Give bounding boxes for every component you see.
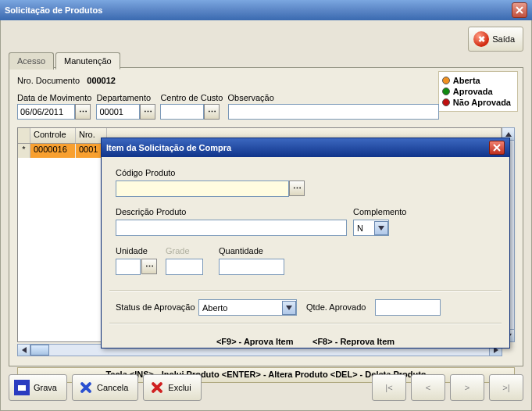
dialog-title: Item da Solicitação de Compra (106, 143, 231, 152)
row-marker: * (18, 144, 30, 158)
status-legend: Aberta Aprovada Não Aprovada (438, 71, 518, 112)
chevron-down-icon (374, 221, 388, 235)
exit-label: Saída (492, 34, 515, 44)
bullet-green-icon (442, 88, 450, 95)
quantidade-label: Quantidade (219, 246, 263, 256)
scroll-thumb[interactable] (30, 345, 49, 356)
centro-custo-picker-button[interactable]: ⋯ (204, 104, 220, 120)
data-movimento-picker-button[interactable]: ⋯ (75, 104, 91, 120)
nav-last-button[interactable]: >| (489, 374, 523, 401)
hint-f8: <F8> - Reprova Item (312, 337, 395, 346)
delete-icon (148, 380, 164, 395)
tab-acesso[interactable]: Acesso (9, 52, 54, 70)
exit-button[interactable]: ✖ Saída (468, 27, 523, 52)
departamento-picker-button[interactable]: ⋯ (140, 104, 155, 120)
fields-row: Data de Movimento 06/06/2011 ⋯ Departame… (17, 93, 439, 120)
qtde-aprovado-label: Qtde. Aprovado (306, 302, 366, 312)
scroll-left-icon[interactable] (18, 345, 30, 356)
bullet-orange-icon (442, 77, 450, 84)
status-aprovacao-label: Status de Aprovação (116, 302, 195, 312)
complemento-combo[interactable]: N (353, 220, 389, 236)
centro-custo-input[interactable] (160, 104, 204, 120)
unidade-input[interactable] (116, 259, 141, 275)
observacao-label: Observação (228, 93, 439, 102)
nav-prev-button[interactable]: < (411, 374, 445, 401)
dialog-hint-bar: <F9> - Aprova Item <F8> - Reprova Item (102, 337, 509, 346)
legend-aberta: Aberta (453, 75, 480, 86)
tab-manutencao[interactable]: Manutenção (55, 52, 120, 70)
window-close-button[interactable] (512, 2, 527, 18)
dialog-close-button[interactable] (489, 141, 505, 155)
codigo-produto-label: Código Produto (116, 168, 175, 177)
unidade-label: Unidade (116, 246, 148, 256)
hint-f9: <F9> - Aprova Item (216, 337, 294, 346)
unidade-picker-button[interactable]: ⋯ (141, 259, 157, 274)
bullet-red-icon (442, 98, 450, 106)
observacao-input[interactable] (228, 104, 439, 120)
button-bar: Grava Cancela Exclui |< < > >| (9, 373, 523, 402)
item-dialog: Item da Solicitação de Compra Código Pro… (101, 138, 510, 348)
nav-first-button[interactable]: |< (372, 374, 406, 401)
dialog-titlebar: Item da Solicitação de Compra (102, 138, 509, 157)
codigo-produto-picker-button[interactable]: ⋯ (289, 180, 305, 196)
descricao-produto-input[interactable] (116, 220, 347, 236)
doc-number-label: Nro. Documento (17, 76, 80, 85)
departamento-input[interactable]: 00001 (96, 104, 140, 120)
nav-next-button[interactable]: > (450, 374, 484, 401)
legend-aprovada: Aprovada (453, 86, 493, 97)
divider (109, 290, 502, 291)
cell-controle[interactable]: 0000016 (30, 144, 76, 158)
cancel-icon (77, 380, 93, 395)
descricao-produto-label: Descrição Produto (116, 207, 187, 216)
window-titlebar: Solicitação de Produtos (0, 0, 532, 20)
chevron-down-icon (282, 301, 296, 315)
doc-number-value: 000012 (87, 76, 116, 85)
quantidade-input[interactable] (219, 259, 284, 275)
departamento-label: Departamento (96, 93, 155, 102)
grava-button[interactable]: Grava (9, 374, 67, 401)
exit-icon: ✖ (473, 31, 489, 47)
col-controle[interactable]: Controle (30, 128, 76, 143)
status-aprovacao-combo[interactable]: Aberto (198, 299, 297, 316)
divider (109, 323, 502, 324)
data-movimento-label: Data de Movimento (17, 93, 91, 102)
legend-nao-aprovada: Não Aprovada (453, 97, 511, 108)
tabstrip: Acesso Manutenção (9, 52, 122, 69)
window-title: Solicitação de Produtos (5, 5, 102, 15)
cancela-button[interactable]: Cancela (72, 374, 138, 401)
grade-input (166, 259, 203, 275)
codigo-produto-input[interactable] (116, 180, 289, 197)
exclui-button[interactable]: Exclui (143, 374, 201, 401)
doc-number-area: Nro. Documento 000012 (17, 76, 116, 85)
complemento-label: Complemento (353, 207, 406, 216)
client-area: Aberta Aprovada Não Aprovada Nro. Docume… (0, 20, 532, 411)
centro-custo-label: Centro de Custo (160, 93, 223, 102)
qtde-aprovado-input[interactable] (375, 299, 441, 316)
grade-label: Grade (166, 246, 190, 256)
data-movimento-input[interactable]: 06/06/2011 (17, 104, 75, 120)
save-icon (14, 380, 30, 395)
